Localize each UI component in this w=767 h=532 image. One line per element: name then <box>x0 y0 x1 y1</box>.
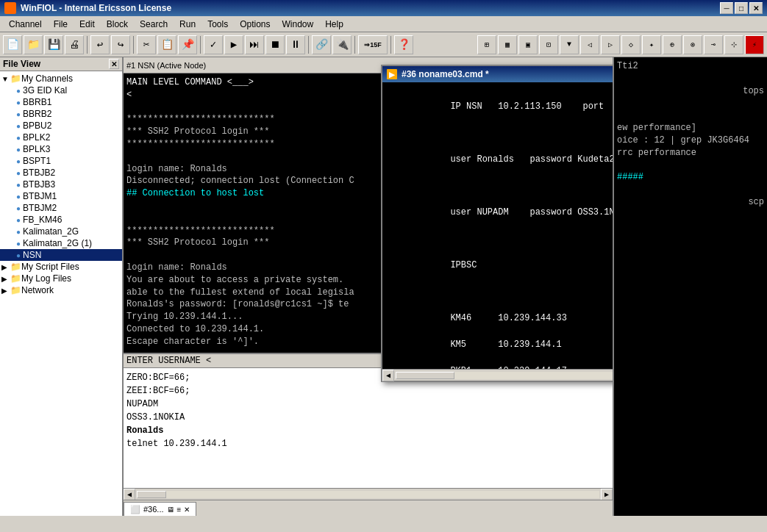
tree-bspt1[interactable]: ● BSPT1 <box>0 155 122 167</box>
menu-run[interactable]: Run <box>174 18 201 31</box>
right-line-scp: scp <box>617 196 764 209</box>
tab-36[interactable]: ⬜ #36... 🖥 ≡ ✕ <box>124 502 196 516</box>
menu-window[interactable]: Window <box>277 18 320 31</box>
tb-new[interactable]: 📄 <box>3 35 22 54</box>
leaf-icon-bbrb1: ● <box>16 98 21 107</box>
tb-r12[interactable]: ⊸ <box>704 35 723 54</box>
tb-undo[interactable]: ↩ <box>90 35 110 54</box>
scroll-left-btn[interactable]: ◀ <box>124 489 135 500</box>
menu-file[interactable]: File <box>48 18 74 31</box>
tb-r5[interactable]: ▼ <box>560 35 579 54</box>
folder-icon-script: 📁 <box>10 262 21 272</box>
tb-r9[interactable]: ✦ <box>642 35 661 54</box>
file-view-close-button[interactable]: ✕ <box>109 59 119 69</box>
tb-r14[interactable]: ⚡ <box>745 35 764 54</box>
tree-kalimatan-2g-1[interactable]: ● Kalimatan_2G (1) <box>0 237 122 249</box>
tb-r4[interactable]: ⊡ <box>539 35 558 54</box>
tb-r11[interactable]: ⊗ <box>683 35 702 54</box>
tree-btbjm2[interactable]: ● BTBJM2 <box>0 202 122 214</box>
input-line-2: ZEEI:BCF=66; <box>126 384 610 398</box>
tb-break[interactable]: ⏸ <box>286 35 305 54</box>
tree-bbrb2[interactable]: ● BBRB2 <box>0 108 122 120</box>
dialog-scroll-left-btn[interactable]: ◀ <box>382 370 394 381</box>
scroll-thumb[interactable] <box>137 491 166 498</box>
scroll-track[interactable] <box>137 491 599 498</box>
maximize-button[interactable]: □ <box>735 2 748 14</box>
input-content[interactable]: ZERO:BCF=66; ZEEI:BCF=66; NUPADM OSS3.1N… <box>124 368 613 488</box>
minimize-button[interactable]: ─ <box>720 2 733 14</box>
menu-edit[interactable]: Edit <box>74 18 101 31</box>
tb-redo[interactable]: ↪ <box>111 35 130 54</box>
tree-fb-km46[interactable]: ● FB_KM46 <box>0 214 122 226</box>
dialog-scroll-thumb[interactable] <box>396 372 454 379</box>
menu-help[interactable]: Help <box>319 18 349 31</box>
expand-icon-script: ▶ <box>1 263 9 270</box>
toolbar-sep-4 <box>308 36 309 54</box>
tree-nsn[interactable]: ● NSN <box>0 249 122 261</box>
tree-3g-eid-kal[interactable]: ● 3G EID Kal <box>0 85 122 96</box>
right-line-tops: tops <box>617 85 764 98</box>
leaf-icon-btbjb2: ● <box>16 169 21 177</box>
tb-save[interactable]: 💾 <box>44 35 63 54</box>
tree-network[interactable]: ▶ 📁 Network <box>0 284 122 296</box>
cmd-dialog: ▶ #36 noname03.cmd * ─ □ ✕ IP NSN 10.2.1… <box>381 65 613 382</box>
tree-bplk3[interactable]: ● BPLK3 <box>0 143 122 155</box>
menu-options[interactable]: Options <box>234 18 276 31</box>
tb-r2[interactable]: ▦ <box>498 35 517 54</box>
dialog-line-1: IP NSN 10.2.113.150 port 22 <box>450 101 613 112</box>
tree-btbjb2[interactable]: ● BTBJB2 <box>0 167 122 179</box>
tree-my-channels[interactable]: ▼ 📁 My Channels <box>0 73 122 85</box>
leaf-icon-kalimatan-2g-1: ● <box>16 240 21 248</box>
tree-kalimatan-2g[interactable]: ● Kalimatan_2G <box>0 226 122 237</box>
scroll-right-btn[interactable]: ▶ <box>601 489 613 500</box>
menu-channel[interactable]: Channel <box>3 18 48 31</box>
tb-open[interactable]: 📁 <box>24 35 43 54</box>
menu-tools[interactable]: Tools <box>201 18 234 31</box>
tb-copy[interactable]: 📋 <box>157 35 176 54</box>
leaf-icon-bpbu2: ● <box>16 122 21 130</box>
tb-cut[interactable]: ✂ <box>137 35 156 54</box>
tree-bbrb2-label: BBRB2 <box>23 109 51 119</box>
tb-check[interactable]: ✓ <box>204 35 223 54</box>
tb-paste[interactable]: 📌 <box>178 35 197 54</box>
toolbar-sep-5 <box>354 36 355 54</box>
tb-stop[interactable]: ⏹ <box>265 35 285 54</box>
dialog-scroll-track[interactable] <box>396 372 613 379</box>
file-view-header: File View ✕ <box>0 57 122 71</box>
tb-step[interactable]: ⏭ <box>245 35 264 54</box>
tb-r13[interactable]: ⊹ <box>724 35 743 54</box>
tree-btbjb3[interactable]: ● BTBJB3 <box>0 179 122 190</box>
tb-play[interactable]: ▶ <box>224 35 243 54</box>
tb-r8[interactable]: ◇ <box>621 35 641 54</box>
tb-disconnect[interactable]: 🔌 <box>332 35 352 54</box>
menu-search[interactable]: Search <box>134 18 174 31</box>
tree-bbrb1[interactable]: ● BBRB1 <box>0 96 122 108</box>
menu-block[interactable]: Block <box>101 18 134 31</box>
tree-bbrb1-label: BBRB1 <box>23 97 51 107</box>
close-button[interactable]: ✕ <box>749 2 763 14</box>
tree-bpbu2[interactable]: ● BPBU2 <box>0 120 122 132</box>
tree-btbjm2-label: BTBJM2 <box>23 203 57 213</box>
leaf-icon-nsn: ● <box>16 251 21 259</box>
dialog-content[interactable]: IP NSN 10.2.113.150 port 22 user Ronalds… <box>382 82 613 369</box>
tb-help[interactable]: ❓ <box>394 35 413 54</box>
tree-my-script-files[interactable]: ▶ 📁 My Script Files <box>0 261 122 273</box>
tree-bplk2[interactable]: ● BPLK2 <box>0 132 122 143</box>
tb-r3[interactable]: ▣ <box>518 35 538 54</box>
h-scrollbar: ◀ ▶ <box>124 488 613 500</box>
tb-connect[interactable]: 🔗 <box>312 35 331 54</box>
tb-print[interactable]: 🖨 <box>65 35 84 54</box>
tree-network-label: Network <box>21 285 54 295</box>
tb-r10[interactable]: ⊕ <box>663 35 682 54</box>
dialog-line-7: IPBSC <box>450 260 477 270</box>
leaf-icon: ● <box>16 87 21 95</box>
tb-r7[interactable]: ▷ <box>601 35 620 54</box>
dialog-line-5: user NUPADM password OSS3.1NOKIA <box>450 207 613 218</box>
tree-btbjm1[interactable]: ● BTBJM1 <box>0 190 122 202</box>
tree-my-log-files[interactable]: ▶ 📁 My Log Files <box>0 273 122 284</box>
tb-r1[interactable]: ⊞ <box>477 35 496 54</box>
tb-r6[interactable]: ◁ <box>580 35 599 54</box>
leaf-icon-fb-km46: ● <box>16 216 21 224</box>
tab-36-close[interactable]: ✕ <box>184 506 190 514</box>
tb-15f[interactable]: ⇒15F <box>358 35 388 54</box>
